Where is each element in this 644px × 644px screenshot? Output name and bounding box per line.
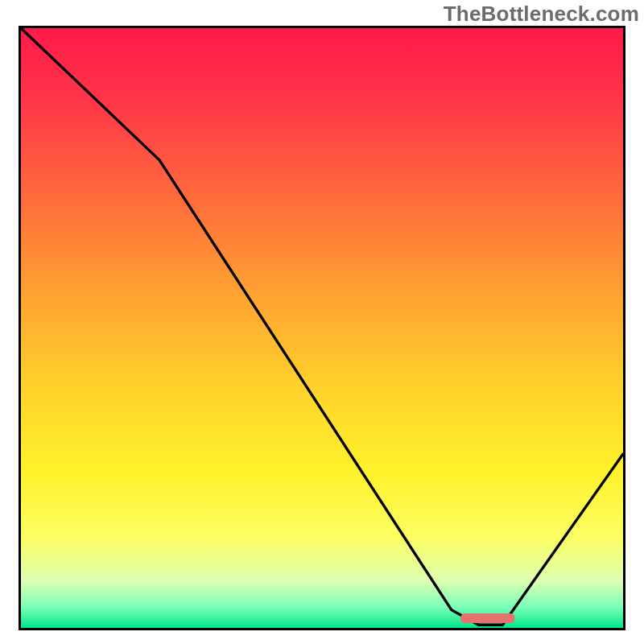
optimal-marker [460,613,514,623]
plot-area [19,26,625,630]
watermark-text: TheBottleneck.com [444,2,639,27]
chart-stage: TheBottleneck.com [0,0,644,644]
optimal-marker-layer [21,28,623,628]
